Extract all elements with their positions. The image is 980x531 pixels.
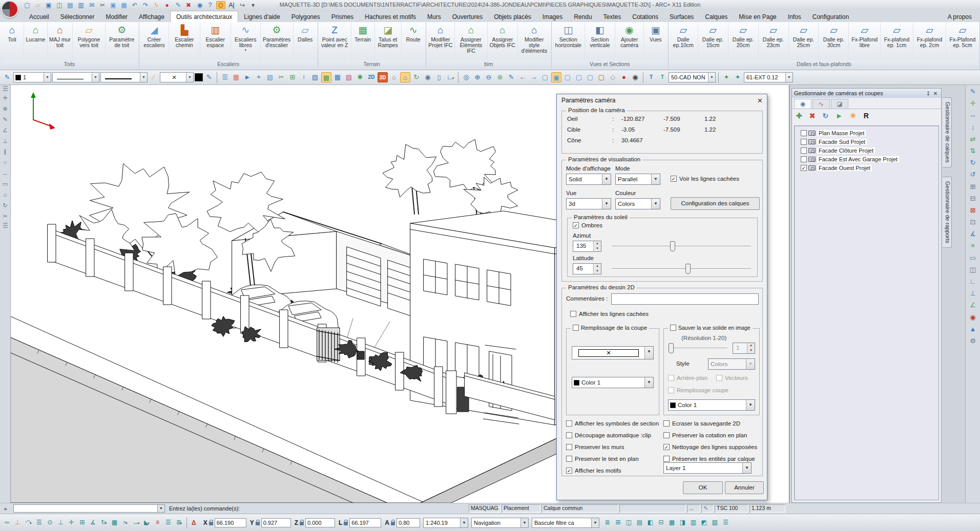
new-file-icon[interactable]: ▢ <box>23 1 32 9</box>
checkbox[interactable] <box>801 156 807 162</box>
wall-style-select[interactable]: 50-CAD NON ▼ <box>669 72 716 82</box>
draw-icon[interactable]: ✎ <box>1 115 10 123</box>
send-mail-icon[interactable]: ✉ <box>87 1 96 9</box>
ribbon-tab[interactable]: Lignes d'aide <box>238 11 285 22</box>
pattern-flower-icon[interactable]: ✱▾ <box>355 72 365 82</box>
coordinate-input[interactable]: 66.190 <box>215 518 246 527</box>
ribbon-tab[interactable]: Calques <box>699 11 733 22</box>
edit-icon[interactable]: ✎ <box>967 87 978 97</box>
checkbox[interactable] <box>566 468 572 474</box>
undo-icon[interactable]: ↶ <box>130 1 139 9</box>
ribbon-button[interactable]: ▱ Dalle ep. 30cm ▾ <box>819 23 849 60</box>
current-color-swatch[interactable] <box>195 73 203 81</box>
spin-down-icon[interactable]: ▼ <box>594 246 601 251</box>
snap-node-icon[interactable]: ⊙▾ <box>45 518 55 527</box>
union-icon[interactable]: ⊡ <box>967 217 978 227</box>
ribbon-button[interactable]: ▱ Dalle ep. 23cm ▾ <box>759 23 789 60</box>
hatch-cross-icon[interactable]: ▦▾ <box>332 72 343 82</box>
section-hatch-select[interactable]: ✕ ▼ <box>572 346 654 359</box>
parallel-icon[interactable]: ∥ <box>1 147 10 156</box>
latitude-slider[interactable] <box>612 264 751 274</box>
option-checkbox[interactable]: Ecraser la sauvegarde 2D <box>663 420 757 427</box>
zoom-extents-icon[interactable]: ⊛ <box>495 72 505 82</box>
record-point-icon[interactable]: ● <box>619 72 629 82</box>
hidden-lines-checkbox[interactable]: Voir les lignes cachées <box>671 176 739 182</box>
resolution-spinner[interactable]: 1 ▲▼ <box>733 343 755 354</box>
angle-2-icon[interactable]: ∠ <box>967 300 978 310</box>
lock-icon[interactable] <box>300 522 304 525</box>
ribbon-tab[interactable]: Polygones <box>286 11 326 22</box>
ribbon-button[interactable]: Z Point avec valeur en Z ▾ <box>319 23 351 60</box>
zoom-out-icon[interactable]: ⊖ <box>484 72 494 82</box>
layer-select[interactable]: 1 ▼ <box>13 72 51 82</box>
layer-config-button[interactable]: Configuration des calques <box>671 197 760 210</box>
view-cube-back-icon[interactable]: ▢ <box>585 72 595 82</box>
snap-slope-icon[interactable]: ◣▾ <box>142 518 152 527</box>
lock-icon[interactable] <box>209 522 213 525</box>
status-cell[interactable]: ✎ <box>701 504 714 513</box>
ribbon-tab[interactable]: Objets placés <box>488 11 537 22</box>
grid-plus-icon[interactable]: ⊞▾ <box>287 72 298 82</box>
status-cell[interactable]: 1.123 m <box>749 504 785 513</box>
redraw-icon[interactable]: ✎ <box>506 72 516 82</box>
ribbon-tab[interactable]: Hachures et motifs <box>359 11 422 22</box>
camera-tree-item[interactable]: Facade Sud Projet <box>796 137 937 146</box>
play-walkthrough-button[interactable]: ► <box>836 112 843 120</box>
fill-section-checkbox[interactable]: Remplissage coupe <box>668 387 728 393</box>
app-logo[interactable] <box>1 1 18 18</box>
spin-up-icon[interactable]: ▲ <box>594 241 601 246</box>
checkbox[interactable] <box>716 375 722 381</box>
exit-icon[interactable]: ↪ <box>238 1 247 9</box>
option-checkbox[interactable]: Préserver les entités par calque <box>663 456 757 462</box>
settings-icon[interactable]: ⚙ <box>967 336 978 346</box>
background-checkbox[interactable]: Arrière-plan <box>668 375 707 381</box>
hatch-diagonal-icon[interactable]: ▨▾ <box>310 72 320 82</box>
visibility-icon[interactable]: ◉ <box>195 1 204 9</box>
section-color-select[interactable]: Color 1 ▼ <box>572 377 654 388</box>
delete-camera-button[interactable]: ✖ <box>809 112 816 120</box>
ribbon-button[interactable]: ⌂ Assigner Éléments IFC ▾ <box>455 23 488 60</box>
normal-icon[interactable]: ⊥ <box>967 288 978 299</box>
status-cell[interactable]: Placement <box>502 504 540 513</box>
ribbon-button[interactable]: ⌂ Toit ▾ <box>1 23 24 60</box>
arc-text-icon[interactable]: A| <box>227 1 236 9</box>
snap-layers-icon[interactable]: ≡▾ <box>153 518 162 527</box>
ribbon-tab-about[interactable]: A propos <box>945 11 975 22</box>
link-style-icon[interactable]: ✦ <box>721 72 732 82</box>
graph-tab[interactable]: ∿ <box>812 99 830 109</box>
ribbon-tab[interactable]: Affichage <box>133 11 170 22</box>
spin-up-icon[interactable]: ▲ <box>747 343 755 348</box>
checkbox[interactable] <box>573 325 579 331</box>
reports-manager-tab[interactable]: Gestionnaire de rapports <box>943 177 952 248</box>
azimuth-spinner[interactable]: 135 ▲▼ <box>573 241 601 252</box>
snap-columns-icon[interactable]: ≣▾ <box>174 518 184 527</box>
ribbon-button[interactable]: ⚙ Paramètres d'escalier ▾ <box>261 23 294 60</box>
ribbon-button[interactable]: ◪ Talus et Rampes ▾ <box>375 23 402 60</box>
coordinate-input[interactable]: 0.000 <box>305 518 335 527</box>
magic-wand-icon[interactable]: ✦▾ <box>254 72 264 82</box>
status-right-icon[interactable]: ◨ <box>678 518 687 527</box>
cameras-tab[interactable]: ◉ <box>794 99 811 109</box>
ribbon-button[interactable]: ⌂ MAJ mur toit ▾ <box>48 23 73 60</box>
camera-tree-item[interactable]: Facade Clôture Projet <box>796 146 937 155</box>
status-grid-icon[interactable]: ≣ <box>602 518 612 527</box>
angle-icon[interactable]: ∠ <box>1 126 10 134</box>
house-shaded-icon[interactable]: ⌂▾ <box>400 72 410 82</box>
corner-icon[interactable]: ∟ <box>967 277 978 287</box>
ribbon-button[interactable]: ▱ Polygone vers toit ▾ <box>73 23 106 60</box>
color-palette-icon[interactable]: ▦▾ <box>231 72 241 82</box>
snap-ortho-icon[interactable]: ⊥▾ <box>13 518 23 527</box>
view-cube-front-icon[interactable]: ▣ <box>551 72 561 82</box>
close-icon[interactable]: ✕ <box>932 91 939 96</box>
ribbon-button[interactable]: ⌂ Assigner Objets IFC ▾ <box>488 23 518 60</box>
sections-tab[interactable]: ◪ <box>831 99 848 109</box>
snap-arc-icon[interactable]: ◠▾ <box>24 518 33 527</box>
line-style-select[interactable]: ▼ <box>52 72 99 82</box>
snap-near-icon[interactable]: ∡▾ <box>88 518 98 527</box>
latitude-spinner[interactable]: 45 ▲▼ <box>573 263 601 274</box>
mode-2d-button[interactable]: 2D▾ <box>366 72 377 82</box>
lock-icon[interactable] <box>256 522 260 525</box>
checkbox[interactable] <box>663 432 670 438</box>
status-table-icon[interactable]: ▦ <box>667 518 677 527</box>
snap-t-icon[interactable]: ⊥▾ <box>56 518 66 527</box>
